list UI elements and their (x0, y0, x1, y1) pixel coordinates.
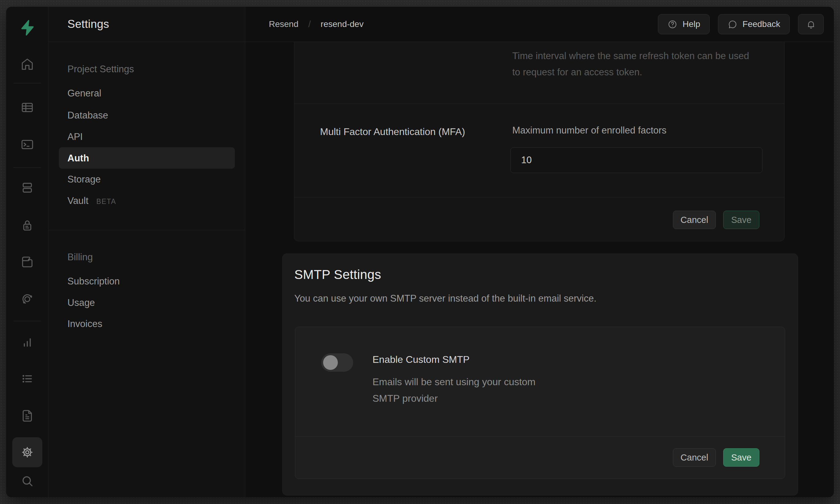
auth-card-footer: Cancel Save (294, 211, 784, 229)
smtp-save-button[interactable]: Save (723, 448, 759, 467)
nav-item-storage-label: Storage (67, 174, 101, 185)
nav-item-vault-label: Vault (67, 195, 88, 206)
nav-item-vault[interactable]: VaultBETA (67, 195, 116, 206)
logs-icon[interactable] (20, 372, 34, 386)
nav-item-usage[interactable]: Usage (67, 297, 95, 308)
mfa-section-label: Multi Factor Authentication (MFA) (320, 126, 465, 138)
nav-item-general[interactable]: General (67, 88, 101, 99)
card-row-divider (294, 104, 784, 104)
smtp-footer-divider (295, 436, 785, 437)
nav-item-subscription[interactable]: Subscription (67, 276, 120, 287)
smtp-cancel-button[interactable]: Cancel (673, 448, 716, 467)
beta-badge: BETA (96, 198, 116, 205)
help-circle-icon (667, 19, 678, 30)
table-editor-icon[interactable] (20, 101, 34, 114)
smtp-card-title: SMTP Settings (294, 267, 381, 282)
content-scroll-area[interactable]: Time interval where the same refresh tok… (245, 42, 834, 497)
search-icon[interactable] (20, 474, 34, 488)
settings-gear-icon[interactable] (12, 437, 42, 467)
enable-custom-smtp-description: Emails will be sent using your custom SM… (373, 374, 563, 407)
rail-divider (14, 321, 41, 321)
smtp-settings-card: SMTP Settings You can use your own SMTP … (282, 254, 798, 496)
nav-item-auth[interactable]: Auth (67, 153, 89, 164)
settings-nav-panel: Settings Project Settings General Databa… (48, 7, 245, 497)
nav-item-invoices[interactable]: Invoices (67, 319, 102, 329)
sql-editor-icon[interactable] (20, 138, 34, 151)
nav-divider (48, 230, 245, 230)
max-enrolled-factors-input[interactable] (511, 147, 762, 173)
main-area: Resend / resend-dev Help Feedback (245, 7, 834, 497)
speech-bubble-icon (727, 19, 738, 30)
enable-custom-smtp-toggle[interactable] (321, 353, 353, 372)
help-button-label: Help (682, 19, 700, 29)
notifications-button[interactable] (798, 14, 824, 34)
smtp-form-panel: Enable Custom SMTP Emails will be sent u… (295, 327, 785, 479)
rail-divider (14, 167, 41, 168)
feedback-button[interactable]: Feedback (718, 14, 790, 34)
breadcrumb-separator: / (308, 19, 311, 30)
breadcrumb: Resend / resend-dev (269, 19, 364, 30)
bell-icon (806, 19, 816, 30)
sidebar-rail (6, 7, 48, 497)
nav-item-api[interactable]: API (67, 131, 83, 142)
header-actions: Help Feedback (658, 14, 824, 34)
app-window: Settings Project Settings General Databa… (6, 7, 834, 497)
nav-item-database[interactable]: Database (67, 110, 108, 121)
breadcrumb-environment[interactable]: resend-dev (321, 19, 364, 29)
edge-functions-icon[interactable] (20, 292, 34, 306)
page-title: Settings (67, 18, 109, 31)
storage-icon[interactable] (20, 255, 34, 269)
auth-lock-icon[interactable] (20, 218, 34, 232)
toggle-knob (323, 355, 338, 370)
supabase-logo-icon[interactable] (19, 19, 36, 36)
home-icon[interactable] (20, 57, 34, 71)
breadcrumb-project[interactable]: Resend (269, 19, 298, 29)
nav-section-project-settings: Project Settings (67, 64, 134, 75)
settings-panel-header: Settings (48, 7, 245, 42)
reports-icon[interactable] (20, 335, 34, 349)
auth-cancel-button[interactable]: Cancel (673, 211, 716, 229)
smtp-card-footer: Cancel Save (295, 448, 785, 467)
smtp-card-subtitle: You can use your own SMTP server instead… (294, 293, 597, 304)
refresh-token-hint: Time interval where the same refresh tok… (512, 48, 757, 80)
auth-settings-card: Time interval where the same refresh tok… (294, 42, 785, 241)
top-bar: Resend / resend-dev Help Feedback (245, 7, 834, 42)
enable-custom-smtp-label: Enable Custom SMTP (373, 354, 470, 365)
database-icon[interactable] (20, 181, 34, 195)
nav-item-storage[interactable]: Storage (67, 174, 101, 185)
auth-save-button[interactable]: Save (723, 211, 759, 229)
docs-icon[interactable] (20, 409, 34, 423)
mfa-field-label: Maximum number of enrolled factors (512, 125, 667, 136)
nav-section-billing: Billing (67, 252, 93, 263)
rail-divider (14, 83, 41, 83)
help-button[interactable]: Help (658, 14, 710, 34)
card-footer-divider (294, 197, 784, 198)
feedback-button-label: Feedback (742, 19, 780, 29)
